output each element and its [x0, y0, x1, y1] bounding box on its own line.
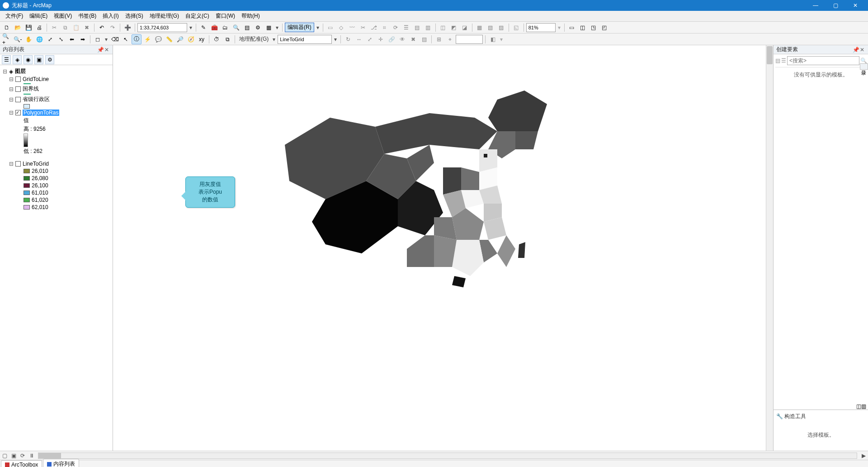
georef-delete-icon[interactable]: ✖ — [408, 34, 418, 44]
next-extent-icon[interactable]: ➡ — [78, 34, 88, 44]
menu-view[interactable]: 视图(V) — [51, 11, 75, 21]
paste-icon[interactable]: 📋 — [71, 23, 81, 33]
menu-bookmarks[interactable]: 书签(B) — [75, 11, 99, 21]
maximize-button[interactable]: ▢ — [826, 0, 845, 11]
layer-checkbox[interactable] — [15, 76, 21, 82]
menu-help[interactable]: 帮助(H) — [239, 11, 263, 21]
select-dd-icon[interactable]: ▾ — [104, 36, 109, 43]
draw-icon3[interactable]: ◳ — [589, 23, 599, 33]
merge-icon[interactable]: ⌗ — [380, 23, 390, 33]
panel-toggle-icon[interactable]: ◫ — [856, 403, 861, 410]
menu-edit[interactable]: 编辑(E) — [27, 11, 50, 21]
sketch-props-icon[interactable]: ▤ — [412, 23, 422, 33]
search-icon[interactable]: 🔍 — [231, 23, 241, 33]
data-view-icon[interactable]: ▢ — [0, 452, 9, 460]
save-icon[interactable]: 💾 — [24, 23, 33, 33]
select-elements-icon[interactable]: ↖ — [121, 34, 131, 44]
add-data-icon[interactable]: ➕ — [123, 23, 132, 33]
create-viewer-icon[interactable]: ⧉ — [222, 34, 232, 44]
layer-gridtoline[interactable]: GridToLine — [23, 76, 49, 82]
list-by-selection-icon[interactable]: ▣ — [34, 55, 43, 64]
collapse-icon[interactable]: ⊟ — [9, 86, 14, 92]
html-popup-icon[interactable]: 💬 — [153, 34, 163, 44]
full-extent-icon[interactable]: 🌐 — [34, 34, 44, 44]
editor-dropdown[interactable]: 编辑器(R) — [285, 23, 314, 32]
zoom-out-icon[interactable]: 🔍- — [13, 34, 23, 44]
georef-shift-icon[interactable]: ↔ — [354, 34, 364, 44]
menu-selection[interactable]: 选择(S) — [123, 11, 146, 21]
close-panel-icon[interactable]: ✕ — [104, 47, 110, 53]
layout-nav-icon[interactable]: ◱ — [511, 23, 521, 33]
collapse-icon[interactable]: ⊟ — [3, 68, 7, 75]
search-go-icon[interactable]: 🔍 — [860, 57, 867, 64]
open-icon[interactable]: 📂 — [13, 23, 23, 33]
collapse-icon[interactable]: ⊟ — [9, 161, 14, 167]
layer-checkbox[interactable] — [15, 86, 21, 92]
georef-misc3-icon[interactable]: ◧ — [488, 34, 498, 44]
catalog-icon[interactable]: 🗂 — [220, 23, 230, 33]
undo-icon[interactable]: ↶ — [97, 23, 107, 33]
filter2-icon[interactable]: ☰ — [781, 57, 786, 64]
layout-icon1[interactable]: ▦ — [475, 23, 485, 33]
layer-province[interactable]: 省级行政区 — [23, 95, 50, 103]
georef-link-icon[interactable]: 🔗 — [387, 34, 396, 44]
georef-layer-dd-icon[interactable]: ▾ — [333, 36, 338, 43]
layer-checkbox[interactable] — [15, 110, 21, 115]
prev-extent-icon[interactable]: ⬅ — [67, 34, 77, 44]
layer-checkbox[interactable] — [15, 97, 21, 102]
model-builder-icon[interactable]: ⚙ — [253, 23, 263, 33]
redo-icon[interactable]: ↷ — [108, 23, 118, 33]
close-button[interactable]: ✕ — [845, 0, 865, 11]
toolbox-icon[interactable]: 🧰 — [209, 23, 219, 33]
editor-dd-icon[interactable]: ▾ — [315, 24, 321, 31]
toc-tree[interactable]: ⊟◈图层 ⊟GridToLine ⊟国界线 ⊟省级行政区 ⊟PolygonToR… — [0, 65, 113, 451]
reshape-icon[interactable]: 〰 — [347, 23, 357, 33]
create-features-icon[interactable]: ▥ — [423, 23, 433, 33]
clear-selection-icon[interactable]: ⌫ — [110, 34, 120, 44]
georef-misc2-icon[interactable]: ⌖ — [445, 34, 455, 44]
pin-icon[interactable]: 📌 — [853, 47, 859, 53]
scroll-right-icon[interactable]: ▶ — [859, 452, 868, 460]
collapse-icon[interactable]: ⊟ — [9, 110, 14, 116]
scale-input[interactable] — [137, 23, 187, 32]
layer-polygontoras[interactable]: PolygonToRas — [23, 110, 59, 116]
goto-xy-icon[interactable]: xy — [197, 34, 207, 44]
refresh-icon[interactable]: ⟳ — [18, 452, 27, 460]
georef-rotate-icon[interactable]: ↻ — [343, 34, 353, 44]
layout-icon2[interactable]: ▧ — [486, 23, 495, 33]
collapse-icon[interactable]: ⊟ — [9, 96, 14, 103]
zoom-dd-icon[interactable]: ▾ — [557, 24, 562, 31]
scale-dropdown-icon[interactable]: ▾ — [188, 24, 193, 31]
georef-misc1-icon[interactable]: ⊞ — [434, 34, 444, 44]
pause-icon[interactable]: ⏸ — [27, 452, 36, 460]
measure-icon[interactable]: 📏 — [164, 34, 174, 44]
close-panel-icon[interactable]: ✕ — [859, 47, 865, 53]
new-icon[interactable]: 🗋 — [2, 23, 12, 33]
georef-view-icon[interactable]: 👁 — [397, 34, 407, 44]
georef-text-input[interactable] — [456, 35, 483, 44]
layout-icon3[interactable]: ▨ — [496, 23, 506, 33]
delete-icon[interactable]: ✖ — [82, 23, 92, 33]
layer-linetogrid[interactable]: LineToGrid — [23, 161, 49, 167]
template-search-input[interactable] — [787, 56, 859, 65]
georef-icon3[interactable]: ◪ — [460, 23, 470, 33]
pin-icon[interactable]: 📌 — [97, 47, 104, 53]
results-icon[interactable]: ▦ — [264, 23, 274, 33]
georef-scale-icon[interactable]: ⤢ — [365, 34, 375, 44]
hyperlink-icon[interactable]: ⚡ — [142, 34, 152, 44]
panel-toggle2-icon[interactable]: ▥ — [861, 403, 866, 410]
select-features-icon[interactable]: ◻ — [93, 34, 103, 44]
list-by-source-icon[interactable]: ◈ — [13, 55, 22, 64]
georef-addpt-icon[interactable]: ✛ — [376, 34, 386, 44]
draw-icon4[interactable]: ◰ — [599, 23, 609, 33]
split-icon[interactable]: ⎇ — [369, 23, 379, 33]
vertical-scrollbar[interactable] — [766, 45, 773, 451]
cut-polygons-icon[interactable]: ✂ — [358, 23, 368, 33]
georef-misc3-dd-icon[interactable]: ▾ — [499, 36, 504, 43]
editor-toolbar-icon[interactable]: ✎ — [198, 23, 208, 33]
layer-checkbox[interactable] — [15, 161, 21, 167]
tab-toc[interactable]: 内容列表 — [43, 459, 79, 467]
layout-view-icon[interactable]: ▣ — [9, 452, 18, 460]
georef-dd-icon[interactable]: ▾ — [271, 36, 277, 43]
catalog-side-tab[interactable]: 目录 — [860, 63, 868, 70]
